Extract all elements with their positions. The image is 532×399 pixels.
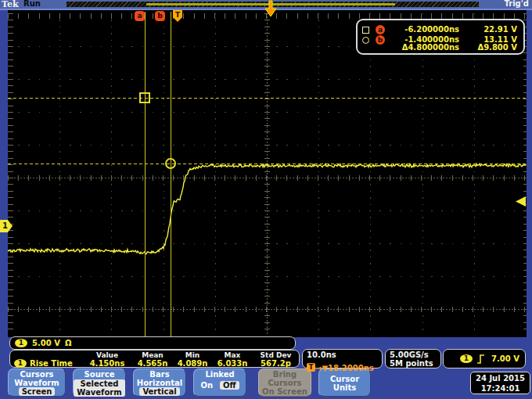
cursor-b-vertical-line[interactable] <box>171 12 171 337</box>
meas-mean: 4.565n <box>131 359 174 368</box>
measurement-name: Rise Time <box>30 359 73 368</box>
cursor-b-badge: b <box>155 11 165 21</box>
cursor-a-badge: a <box>376 25 385 34</box>
channel1-waveform-trace <box>8 10 527 337</box>
acquisition-status: Run <box>23 0 41 8</box>
delay-arrows-icon: →▼ <box>315 364 328 372</box>
cursor-b-badge: b <box>376 35 385 45</box>
trigger-level: 7.00 V <box>491 354 519 363</box>
menu-linked-title: Linked <box>194 370 246 379</box>
menu-cursors-selected: Screen <box>19 387 56 396</box>
channel1-scale: 5.00 V <box>32 339 60 347</box>
menu-bring-cursors-button[interactable]: Bring Cursors On Screen <box>258 368 311 397</box>
channel1-badge: 1 <box>14 359 27 368</box>
menu-linked-on[interactable]: On <box>200 381 213 390</box>
menu-bars-option-horizontal: Horizontal <box>134 379 185 387</box>
trigger-delay: 18.2000ns <box>328 364 374 372</box>
menu-source-selected-line2: Waveform <box>77 388 121 397</box>
meas-header-min: Min <box>174 351 210 359</box>
expansion-point-arrow-icon <box>264 0 278 18</box>
meas-value: 4.150ns <box>84 359 131 368</box>
graticule <box>8 10 527 337</box>
cursor-a-time: -6.200000ns <box>389 25 459 34</box>
menu-linked-off[interactable]: Off <box>220 381 239 390</box>
cursor-a-value: 22.91 V <box>459 25 517 34</box>
channel1-scale-bar[interactable]: 1 5.00 V Ω <box>9 336 296 350</box>
cursor-b-circle-marker[interactable] <box>165 158 176 169</box>
meas-header-value: Value <box>84 351 131 359</box>
sample-rate: 5.00GS/s <box>390 350 437 359</box>
trigger-settings-box[interactable]: 1 7.00 V <box>443 349 526 368</box>
cursor-delta-time: Δ4.800000ns <box>389 43 459 52</box>
trigger-status: Trig'd <box>505 0 529 8</box>
menu-bring-line2: Cursors <box>259 379 311 387</box>
datetime-box: 24 Jul 2015 17:24:01 <box>470 372 530 394</box>
meas-stddev: 567.2p <box>254 359 297 368</box>
menu-source-button[interactable]: Source Selected Waveform <box>73 368 126 397</box>
cursor-delta-readout-row: Δ4.800000ns Δ9.800 V <box>362 42 517 52</box>
rising-edge-icon <box>476 354 485 364</box>
menu-cursors-button[interactable]: Cursors Waveform Screen <box>8 368 66 397</box>
channel1-coupling: Ω <box>65 339 72 347</box>
cursor-a-vertical-line[interactable] <box>145 12 146 337</box>
menu-bring-line1: Bring <box>259 370 311 379</box>
meas-header-mean: Mean <box>131 351 174 359</box>
cursor-delta-value: Δ9.800 V <box>459 43 517 52</box>
record-length: 5M points <box>390 359 437 368</box>
horizontal-settings-box[interactable]: 10.0ns T→▼18.2000ns <box>302 349 383 368</box>
menu-cursors-title: Cursors <box>9 370 65 379</box>
cursor-readout-box: a -6.200000ns 22.91 V b -1.400000ns 13.1… <box>356 19 525 55</box>
menu-linked-button[interactable]: Linked On Off <box>193 368 246 397</box>
timebase-scale: 10.0ns <box>307 350 378 359</box>
channel1-badge: 1 <box>15 339 27 347</box>
measurement-readout-box: Value Mean Min Max Std Dev 1 Rise Time 4… <box>9 350 300 368</box>
acquisition-info-box[interactable]: 5.00GS/s 5M points <box>385 349 441 368</box>
cursor-a-readout-row: a -6.200000ns 22.91 V <box>362 22 517 32</box>
menu-bars-selected: Vertical <box>139 387 179 396</box>
meas-header-stddev: Std Dev <box>254 351 297 359</box>
menu-bring-line3: On Screen <box>259 387 311 396</box>
meas-header-max: Max <box>210 351 254 359</box>
cursor-a-square-marker[interactable] <box>139 92 150 103</box>
menu-cursor-units-line1: Cursor <box>319 375 370 383</box>
circle-icon <box>362 37 369 44</box>
trigger-source-badge: 1 <box>460 354 473 363</box>
meas-min: 4.089n <box>174 359 210 368</box>
date-label: 24 Jul 2015 <box>471 373 530 383</box>
menu-cursor-units-line2: Units <box>319 383 370 392</box>
menu-source-selected-line1: Selected <box>77 379 121 388</box>
menu-bars-button[interactable]: Bars Horizontal Vertical <box>133 368 186 397</box>
cursor-b-horizontal-line[interactable] <box>8 164 527 164</box>
time-label: 17:24:01 <box>471 383 530 394</box>
menu-source-title: Source <box>74 370 125 379</box>
cursor-a-horizontal-line[interactable] <box>8 98 527 99</box>
meas-max: 6.033n <box>210 359 254 368</box>
cursor-a-badge: a <box>135 11 145 21</box>
menu-cursors-option-waveform: Waveform <box>9 379 65 387</box>
oscilloscope-screen: Tek Run Trig'd a b T 1 a -6.200000ns 22.… <box>0 0 532 399</box>
menu-bars-title: Bars <box>134 370 185 379</box>
trigger-t-icon: T <box>307 363 315 372</box>
